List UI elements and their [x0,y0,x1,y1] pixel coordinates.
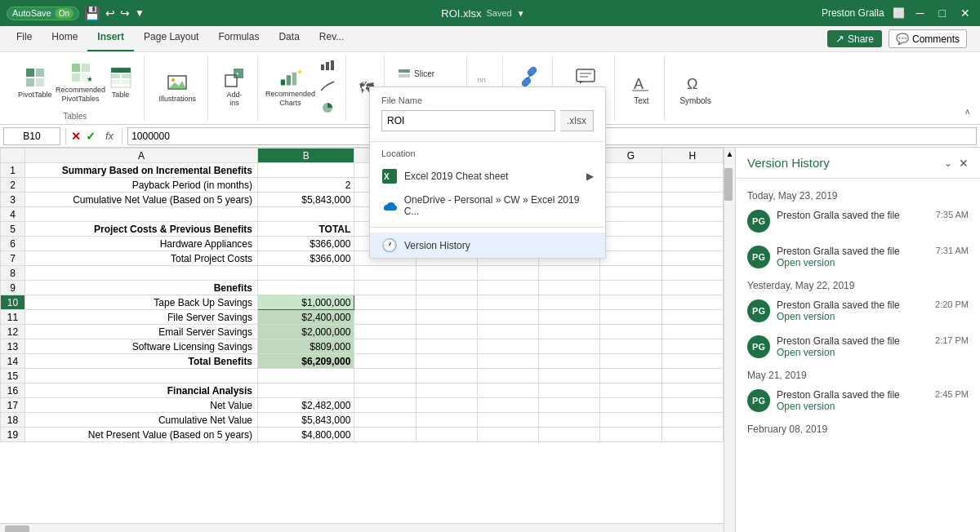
cell-e11[interactable] [477,310,538,325]
cell-c10[interactable] [354,295,416,310]
vertical-scrollbar[interactable]: ▲ ▼ [724,148,735,532]
pie-chart-button[interactable] [316,98,339,117]
cancel-formula-icon[interactable]: ✕ [71,130,81,143]
version-open-link[interactable]: Open version [777,347,835,358]
text-button[interactable]: A Text [625,69,657,109]
save-icon[interactable]: 💾 [84,6,100,21]
cell-b3[interactable]: $5,843,000 [258,193,354,207]
cell-e15[interactable] [477,369,538,383]
scroll-thumb[interactable] [724,168,733,201]
cell-a13[interactable]: Software Licensing Savings [25,339,258,354]
cell-a18[interactable]: Cumulative Net Value [25,413,258,428]
cell-h2[interactable] [662,178,723,193]
version-history-menu-item[interactable]: 🕐 Version History [370,233,605,258]
recommended-charts-button[interactable]: ★ Recommended Charts [268,62,313,111]
cell-b18[interactable]: $5,843,000 [258,413,354,428]
cell-g15[interactable] [600,369,662,383]
cell-h11[interactable] [662,310,723,325]
cell-f15[interactable] [539,369,600,383]
col-header-b[interactable]: B [258,149,354,163]
cell-h14[interactable] [662,354,723,369]
version-open-link[interactable]: Open version [777,311,835,322]
addins-button[interactable]: + Add-ins [218,63,251,110]
cell-b16[interactable] [258,383,354,398]
row-header-8[interactable]: 8 [1,266,25,281]
row-header-2[interactable]: 2 [1,178,25,193]
cell-d16[interactable] [416,383,477,398]
row-header-17[interactable]: 17 [1,398,25,413]
row-header-7[interactable]: 7 [1,251,25,266]
cell-b5[interactable]: TOTAL [258,222,354,237]
version-item[interactable]: PGPreston Gralla saved the file7:35 AM [736,203,980,239]
cell-g13[interactable] [600,339,662,354]
cell-e8[interactable] [477,266,538,281]
cell-h17[interactable] [662,398,723,413]
cell-e12[interactable] [477,325,538,339]
cell-g12[interactable] [600,325,662,339]
cell-a6[interactable]: Hardware Appliances [25,237,258,251]
cell-e19[interactable] [477,428,538,442]
row-header-9[interactable]: 9 [1,281,25,295]
cell-h16[interactable] [662,383,723,398]
cell-g7[interactable] [600,251,662,266]
cell-g8[interactable] [600,266,662,281]
cell-d10[interactable] [416,295,477,310]
cell-b10[interactable]: $1,000,000 [258,295,354,310]
cell-b17[interactable]: $2,482,000 [258,398,354,413]
tab-home[interactable]: Home [42,26,87,51]
cell-h10[interactable] [662,295,723,310]
restore-button[interactable]: □ [936,7,949,20]
sheet-area[interactable]: A B C D E F G H 1Summary Based on Increm… [0,148,724,523]
version-item[interactable]: PGPreston Gralla saved the fileOpen vers… [736,293,980,329]
cell-f9[interactable] [539,281,600,295]
cell-b19[interactable]: $4,800,000 [258,428,354,442]
redo-icon[interactable]: ↪ [120,7,130,20]
cell-g2[interactable] [600,178,662,193]
comments-button[interactable]: 💬 Comments [889,29,967,48]
ribbon-collapse-button[interactable]: ∧ [961,105,973,117]
cell-h19[interactable] [662,428,723,442]
cell-b1[interactable] [258,163,354,178]
cell-c17[interactable] [354,398,416,413]
col-header-g[interactable]: G [600,149,662,163]
close-button[interactable]: ✕ [957,7,973,20]
cell-h5[interactable] [662,222,723,237]
minimize-button[interactable]: ─ [913,7,928,20]
cell-b11[interactable]: $2,400,000 [258,310,354,325]
cell-g14[interactable] [600,354,662,369]
cell-h9[interactable] [662,281,723,295]
cell-d15[interactable] [416,369,477,383]
cell-f18[interactable] [539,413,600,428]
location-excel[interactable]: X Excel 2019 Cheat sheet ▶ [370,163,605,189]
quick-access-more[interactable]: ▼ [135,7,145,19]
share-button[interactable]: ↗ Share [827,30,882,47]
bar-chart-button[interactable] [316,55,339,75]
row-header-11[interactable]: 11 [1,310,25,325]
cell-a2[interactable]: Payback Period (in months) [25,178,258,193]
cell-c18[interactable] [354,413,416,428]
version-panel-close-icon[interactable]: ✕ [959,157,969,170]
tab-data[interactable]: Data [269,26,309,51]
tab-formulas[interactable]: Formulas [208,26,269,51]
cell-a8[interactable] [25,266,258,281]
col-header-a[interactable]: A [25,149,258,163]
cell-a10[interactable]: Tape Back Up Savings [25,295,258,310]
row-header-16[interactable]: 16 [1,383,25,398]
version-open-link[interactable]: Open version [777,401,835,412]
cell-a4[interactable] [25,207,258,222]
cell-c8[interactable] [354,266,416,281]
cell-c14[interactable] [354,354,416,369]
col-header-h[interactable]: H [662,149,723,163]
cell-g3[interactable] [600,193,662,207]
row-header-12[interactable]: 12 [1,325,25,339]
row-header-19[interactable]: 19 [1,428,25,442]
cell-b14[interactable]: $6,209,000 [258,354,354,369]
cell-b4[interactable] [258,207,354,222]
version-item[interactable]: PGPreston Gralla saved the fileOpen vers… [736,239,980,275]
cell-a12[interactable]: Email Server Savings [25,325,258,339]
cell-a1[interactable]: Summary Based on Incremental Benefits [25,163,258,178]
cell-f13[interactable] [539,339,600,354]
cell-h13[interactable] [662,339,723,354]
version-item[interactable]: PGPreston Gralla saved the fileOpen vers… [736,329,980,365]
location-onedrive[interactable]: OneDrive - Personal » CW » Excel 2019 C.… [370,189,605,222]
